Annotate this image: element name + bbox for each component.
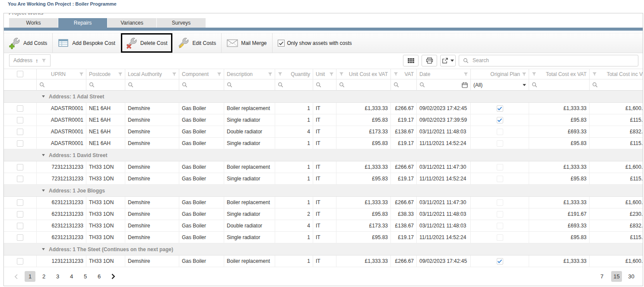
filter-funnel-icon[interactable] bbox=[329, 72, 334, 76]
pager-page-2[interactable]: 2 bbox=[38, 271, 49, 282]
filter-funnel-icon[interactable] bbox=[532, 72, 536, 76]
row-select-checkbox[interactable] bbox=[17, 258, 23, 265]
row-select-checkbox[interactable] bbox=[17, 164, 23, 170]
filter-funnel-icon[interactable] bbox=[172, 72, 177, 76]
table-row[interactable]: 72312131233TH33 1ONDemshireGas BoilerBoi… bbox=[4, 161, 643, 173]
column-chooser-button[interactable] bbox=[403, 55, 419, 66]
filter-cell-postcode[interactable] bbox=[86, 79, 125, 91]
filter-cell-date[interactable] bbox=[417, 79, 471, 91]
group-row[interactable]: Address: 1 The Steet (Continues on the n… bbox=[4, 243, 643, 255]
filter-funnel-icon[interactable] bbox=[217, 72, 222, 76]
column-header-unit_cost[interactable]: Unit Cost ex VAT bbox=[336, 69, 391, 79]
group-by-address-chip[interactable]: Address ↑ bbox=[9, 54, 51, 66]
checkbox-icon[interactable] bbox=[278, 40, 285, 47]
group-row[interactable]: Address: 1 Joe Bloggs bbox=[4, 185, 643, 197]
row-select-checkbox[interactable] bbox=[17, 223, 23, 229]
group-expand-icon[interactable] bbox=[42, 189, 45, 192]
filter-cell-uprn[interactable] bbox=[37, 79, 86, 91]
table-row[interactable]: ADASTR0001NE1 6AHDemshireGas BoilerSingl… bbox=[4, 138, 643, 149]
toolbar-button-edit-costs[interactable]: Edit Costs bbox=[173, 33, 221, 53]
row-select-checkbox[interactable] bbox=[17, 105, 23, 112]
filter-cell-unit[interactable] bbox=[313, 79, 336, 91]
original-plan-checkbox[interactable] bbox=[497, 176, 503, 182]
original-plan-checkbox[interactable] bbox=[497, 258, 503, 265]
group-expand-icon[interactable] bbox=[42, 154, 45, 156]
filter-cell-component[interactable] bbox=[179, 79, 224, 91]
tab-works[interactable]: Works bbox=[9, 18, 58, 28]
column-header-unit[interactable]: Unit bbox=[313, 69, 336, 79]
tab-surveys[interactable]: Surveys bbox=[157, 18, 206, 28]
row-select-checkbox[interactable] bbox=[17, 176, 23, 182]
row-select-checkbox[interactable] bbox=[17, 140, 23, 147]
original-plan-checkbox[interactable] bbox=[497, 105, 503, 112]
filter-funnel-icon[interactable] bbox=[268, 72, 273, 76]
column-header-total_ex[interactable]: Total Cost ex VAT bbox=[529, 69, 590, 79]
row-select-checkbox[interactable] bbox=[17, 199, 23, 206]
table-row[interactable]: 62312131233TH33 1ONDemshireGas BoilerDou… bbox=[4, 220, 643, 232]
original-plan-checkbox[interactable] bbox=[497, 234, 503, 241]
filter-cell-total_ex[interactable] bbox=[529, 79, 590, 91]
export-button[interactable] bbox=[440, 55, 456, 66]
toolbar-button-mail-merge[interactable]: Mail Merge bbox=[222, 33, 272, 53]
column-header-component[interactable]: Component bbox=[179, 69, 224, 79]
original-plan-checkbox[interactable] bbox=[497, 129, 503, 135]
toolbar-button-add-costs[interactable]: Add Costs bbox=[4, 33, 52, 53]
table-row[interactable]: ADASTR0001NE1 6AHDemshireGas BoilerDoubl… bbox=[4, 126, 643, 138]
original-plan-checkbox[interactable] bbox=[497, 211, 503, 218]
filter-funnel-icon[interactable] bbox=[522, 72, 527, 76]
toolbar-button-add-bespoke-cost[interactable]: Add Bespoke Cost bbox=[53, 33, 120, 53]
group-row[interactable]: Address: 1 David Street bbox=[4, 149, 643, 161]
tab-repairs[interactable]: Repairs bbox=[58, 18, 107, 28]
column-header-uprn[interactable]: UPRN bbox=[37, 69, 86, 79]
table-row[interactable]: 12312131233TH33 1ONDemshireGas BoilerBoi… bbox=[4, 255, 643, 267]
filter-funnel-icon[interactable] bbox=[118, 72, 123, 76]
column-header-qty[interactable]: Quantity bbox=[275, 69, 313, 79]
filter-cell-authority[interactable] bbox=[125, 79, 179, 91]
table-row[interactable]: 62312131233TH33 1ONDemshireGas BoilerBoi… bbox=[4, 197, 643, 208]
column-header-vat[interactable]: VAT bbox=[391, 69, 417, 79]
filter-funnel-icon[interactable] bbox=[79, 72, 84, 76]
column-header-total_inc[interactable]: Total Cost inc V bbox=[590, 69, 643, 79]
group-row[interactable]: Address: 1 Adal Street bbox=[4, 91, 643, 103]
page-size-7[interactable]: 7 bbox=[596, 271, 607, 282]
row-select-checkbox[interactable] bbox=[17, 117, 23, 123]
filter-cell-vat[interactable] bbox=[391, 79, 417, 91]
group-expand-icon[interactable] bbox=[42, 95, 45, 98]
filter-funnel-icon[interactable] bbox=[278, 72, 282, 76]
row-select-checkbox[interactable] bbox=[17, 129, 23, 135]
filter-funnel-icon[interactable] bbox=[393, 72, 398, 76]
row-select-checkbox[interactable] bbox=[17, 211, 23, 218]
page-size-15[interactable]: 15 bbox=[611, 271, 622, 282]
pager-page-5[interactable]: 5 bbox=[80, 271, 91, 282]
filter-funnel-icon[interactable] bbox=[592, 72, 597, 76]
original-plan-checkbox[interactable] bbox=[497, 140, 503, 147]
table-row[interactable]: 62312131233TH33 1ONDemshireGas BoilerSin… bbox=[4, 208, 643, 220]
calendar-icon[interactable] bbox=[462, 82, 468, 88]
pager-page-4[interactable]: 4 bbox=[66, 271, 77, 282]
toolbar-button-delete-cost[interactable]: Delete Cost bbox=[121, 33, 173, 53]
only-show-assets-checkbox[interactable]: Only show assets with costs bbox=[273, 33, 357, 53]
column-header-original_plan[interactable]: Original Plan bbox=[471, 69, 529, 79]
pager-page-1[interactable]: 1 bbox=[25, 271, 35, 282]
original-plan-checkbox[interactable] bbox=[497, 223, 503, 229]
column-header-postcode[interactable]: Postcode bbox=[86, 69, 125, 79]
group-expand-icon[interactable] bbox=[42, 248, 45, 250]
filter-cell-total_inc[interactable] bbox=[590, 79, 643, 91]
original-plan-checkbox[interactable] bbox=[497, 164, 503, 170]
filter-cell-original_plan[interactable]: (All) bbox=[471, 79, 529, 91]
pager-page-6[interactable]: 6 bbox=[94, 271, 105, 282]
column-header-description[interactable]: Description bbox=[224, 69, 275, 79]
column-header-authority[interactable]: Local Authority bbox=[125, 69, 179, 79]
row-select-checkbox[interactable] bbox=[17, 234, 23, 241]
filter-cell-unit_cost[interactable] bbox=[336, 79, 391, 91]
table-row[interactable]: 72312131233TH33 1ONDemshireGas BoilerSin… bbox=[4, 173, 643, 185]
table-row[interactable]: 62312131233TH33 1ONDemshireGas BoilerSin… bbox=[4, 232, 643, 243]
search-box[interactable] bbox=[459, 55, 638, 66]
print-button[interactable] bbox=[422, 55, 437, 66]
filter-cell-qty[interactable] bbox=[275, 79, 313, 91]
select-all-checkbox[interactable] bbox=[17, 71, 23, 77]
original-plan-checkbox[interactable] bbox=[497, 117, 503, 123]
table-row[interactable]: ADASTR0001NE1 6AHDemshireGas BoilerSingl… bbox=[4, 114, 643, 126]
column-header-select[interactable] bbox=[4, 69, 37, 79]
search-input[interactable] bbox=[472, 57, 634, 64]
